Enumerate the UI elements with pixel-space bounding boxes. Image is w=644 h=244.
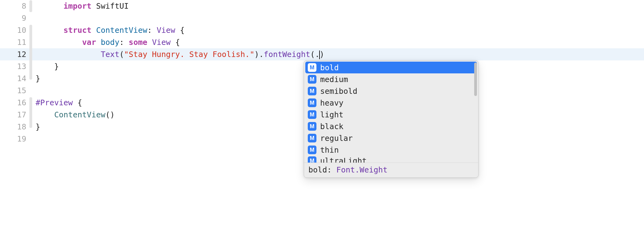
- line-number: 12: [0, 50, 29, 59]
- token-paren: (: [119, 50, 124, 59]
- autocomplete-detail: bold: Font.Weight: [304, 163, 478, 177]
- autocomplete-item-black[interactable]: M black: [304, 120, 478, 132]
- autocomplete-item-label: semibold: [320, 87, 357, 96]
- token-call: Text: [101, 50, 119, 59]
- autocomplete-popup[interactable]: M bold M medium M semibold M heavy M lig…: [304, 60, 479, 178]
- member-icon: M: [308, 98, 316, 107]
- member-icon: M: [308, 87, 316, 95]
- autocomplete-item-medium[interactable]: M medium: [304, 73, 478, 85]
- token-paren: ): [320, 50, 324, 59]
- autocomplete-item-thin[interactable]: M thin: [304, 144, 478, 156]
- code-line[interactable]: 8 import SwiftUI: [0, 0, 644, 12]
- line-number: 11: [0, 38, 29, 47]
- token-brace: {: [73, 98, 82, 107]
- code-line-current[interactable]: 12 Text("Stay Hungry. Stay Foolish.").fo…: [0, 48, 644, 60]
- fold-ribbon[interactable]: [29, 97, 32, 128]
- detail-type: Font.Weight: [336, 165, 388, 174]
- token-dot: .: [315, 50, 320, 59]
- line-number: 13: [0, 62, 29, 71]
- autocomplete-item-semibold[interactable]: M semibold: [304, 85, 478, 97]
- line-number: 14: [0, 74, 29, 83]
- token-brace: }: [54, 62, 59, 71]
- line-number: 16: [0, 98, 29, 107]
- token-space: [92, 2, 96, 11]
- line-number: 15: [0, 86, 29, 95]
- fold-ribbon[interactable]: [29, 25, 32, 80]
- autocomplete-item-label: light: [320, 110, 343, 119]
- line-number: 19: [0, 134, 29, 143]
- autocomplete-scrollbar[interactable]: [474, 63, 477, 96]
- token-method: fontWeight: [264, 50, 311, 59]
- token-paren: (: [310, 50, 315, 59]
- member-icon: M: [308, 122, 316, 131]
- member-icon: M: [308, 75, 316, 84]
- line-number: 18: [0, 122, 29, 131]
- token-call: ContentView: [54, 110, 105, 119]
- autocomplete-item-heavy[interactable]: M heavy: [304, 97, 478, 109]
- autocomplete-item-bold[interactable]: M bold: [305, 62, 477, 73]
- member-icon: M: [308, 156, 316, 163]
- line-number: 8: [0, 2, 29, 11]
- token-macro: #Preview: [36, 98, 73, 107]
- token-keyword: import: [63, 2, 91, 11]
- detail-name: bold: [308, 165, 327, 174]
- autocomplete-item-label: bold: [320, 63, 339, 72]
- token-brace: }: [36, 74, 40, 83]
- line-number: 9: [0, 14, 29, 23]
- member-icon: M: [308, 110, 316, 119]
- token-brace: }: [36, 122, 40, 131]
- member-icon: M: [308, 63, 316, 72]
- autocomplete-item-label: ultraLight: [320, 156, 367, 163]
- autocomplete-item-regular[interactable]: M regular: [304, 132, 478, 144]
- autocomplete-item-ultralight[interactable]: M ultraLight: [304, 156, 478, 163]
- autocomplete-list[interactable]: M bold M medium M semibold M heavy M lig…: [304, 61, 478, 163]
- autocomplete-item-label: thin: [320, 146, 339, 155]
- token-dot: .: [259, 50, 264, 59]
- autocomplete-item-label: black: [320, 122, 343, 131]
- line-number: 17: [0, 110, 29, 119]
- detail-sep: :: [327, 165, 336, 174]
- line-number: 10: [0, 26, 29, 35]
- member-icon: M: [308, 134, 316, 142]
- autocomplete-item-label: heavy: [320, 98, 343, 107]
- token-module: SwiftUI: [96, 2, 129, 11]
- token-parens: (): [105, 110, 115, 119]
- autocomplete-item-label: medium: [320, 75, 348, 84]
- token-string: "Stay Hungry. Stay Foolish.": [124, 50, 254, 59]
- fold-ribbon[interactable]: [29, 0, 32, 12]
- member-icon: M: [308, 146, 316, 154]
- token-paren: ): [254, 50, 259, 59]
- autocomplete-item-label: regular: [320, 134, 353, 143]
- autocomplete-item-light[interactable]: M light: [304, 109, 478, 120]
